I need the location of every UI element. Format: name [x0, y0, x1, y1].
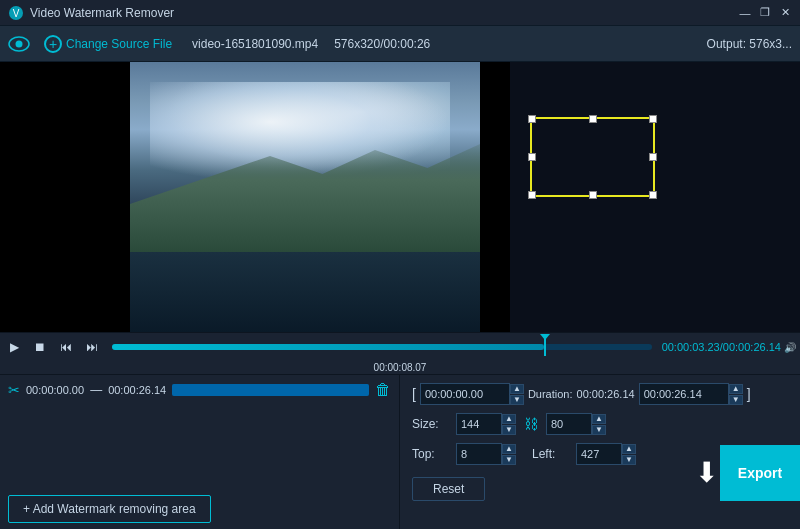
volume-icon: 🔊	[784, 342, 796, 353]
time-range-row: [ ▲ ▼ Duration: 00:00:26.14 ▲ ▼ ]	[412, 383, 788, 405]
eye-icon	[8, 36, 30, 52]
time-start-input-group: ▲ ▼	[420, 383, 524, 405]
top-up[interactable]: ▲	[502, 444, 516, 454]
width-down[interactable]: ▼	[502, 425, 516, 435]
timeline-track[interactable]	[112, 344, 652, 350]
toolbar-output-label: Output: 576x3...	[707, 37, 792, 51]
app-title: Video Watermark Remover	[30, 6, 174, 20]
svg-point-3	[16, 40, 23, 47]
toolbar-output: Output: 576x3...	[707, 37, 792, 51]
time-end-spinners[interactable]: ▲ ▼	[729, 384, 743, 405]
play-button[interactable]: ▶	[4, 337, 24, 357]
clip-range-bar	[172, 384, 369, 396]
timeline-area: ▶ ⏹ ⏮ ⏭ 00:00:03.23/00:00:26.14 🔊	[0, 332, 800, 360]
bracket-open: [	[412, 386, 416, 402]
left-label: Left:	[532, 447, 568, 461]
duration-label: Duration:	[528, 388, 573, 400]
height-up[interactable]: ▲	[592, 414, 606, 424]
handle-top-mid[interactable]	[589, 115, 597, 123]
toolbar-info: video-1651801090.mp4 576x320/00:00:26	[192, 37, 430, 51]
left-up[interactable]: ▲	[622, 444, 636, 454]
bottom-panel: ✂ 00:00:00.00 — 00:00:26.14 🗑 + Add Wate…	[0, 374, 800, 529]
height-spinners[interactable]: ▲ ▼	[592, 414, 606, 435]
toolbar-dimensions: 576x320/00:00:26	[334, 37, 430, 51]
time-label: 00:00:08.07	[0, 360, 800, 374]
change-source-button[interactable]: + Change Source File	[44, 35, 172, 53]
timeline-progress	[112, 344, 544, 350]
svg-text:V: V	[13, 8, 20, 19]
handle-top-right[interactable]	[649, 115, 657, 123]
size-row: Size: ▲ ▼ ⛓ ▲ ▼	[412, 413, 788, 435]
close-button[interactable]: ✕	[778, 6, 792, 20]
bracket-close: ]	[747, 386, 751, 402]
app-icon: V	[8, 5, 24, 21]
top-down[interactable]: ▼	[502, 455, 516, 465]
duration-val: 00:00:26.14	[577, 388, 635, 400]
timeline-cursor[interactable]	[544, 338, 546, 356]
time-end-down[interactable]: ▼	[729, 395, 743, 405]
left-input[interactable]	[576, 443, 622, 465]
link-icon[interactable]: ⛓	[524, 416, 538, 432]
watermark-selection-box[interactable]	[530, 117, 655, 197]
time-start-down[interactable]: ▼	[510, 395, 524, 405]
add-watermark-area-button[interactable]: + Add Watermark removing area	[8, 495, 211, 523]
time-end-input-group: ▲ ▼	[639, 383, 743, 405]
width-input[interactable]	[456, 413, 502, 435]
video-left-black	[0, 62, 130, 332]
restore-button[interactable]: ❐	[758, 6, 772, 20]
width-up[interactable]: ▲	[502, 414, 516, 424]
video-image	[130, 62, 480, 332]
top-input-group: ▲ ▼	[456, 443, 516, 465]
delete-clip-button[interactable]: 🗑	[375, 381, 391, 399]
clip-dash: —	[90, 383, 102, 397]
toolbar-filename: video-1651801090.mp4	[192, 37, 318, 51]
top-input[interactable]	[456, 443, 502, 465]
handle-bottom-right[interactable]	[649, 191, 657, 199]
timeline-time-right: 00:00:03.23/00:00:26.14 🔊	[662, 341, 796, 353]
export-button[interactable]: Export	[720, 445, 800, 501]
clip-fill	[172, 384, 369, 396]
height-input-group: ▲ ▼	[546, 413, 606, 435]
change-source-label: Change Source File	[66, 37, 172, 51]
reset-button[interactable]: Reset	[412, 477, 485, 501]
left-spinners[interactable]: ▲ ▼	[622, 444, 636, 465]
time-start-input[interactable]	[420, 383, 510, 405]
water-layer	[130, 252, 480, 332]
main-video-area	[0, 62, 800, 332]
handle-left-mid[interactable]	[528, 153, 536, 161]
time-total: 00:00:26.14	[723, 341, 781, 353]
size-label: Size:	[412, 417, 448, 431]
time-end-up[interactable]: ▲	[729, 384, 743, 394]
handle-right-mid[interactable]	[649, 153, 657, 161]
titlebar-left: V Video Watermark Remover	[8, 5, 174, 21]
handle-bottom-left[interactable]	[528, 191, 536, 199]
time-start-spinners[interactable]: ▲ ▼	[510, 384, 524, 405]
clip-icon: ✂	[8, 382, 20, 398]
titlebar: V Video Watermark Remover — ❐ ✕	[0, 0, 800, 26]
left-down[interactable]: ▼	[622, 455, 636, 465]
clip-range-end: 00:00:26.14	[108, 384, 166, 396]
height-input[interactable]	[546, 413, 592, 435]
time-end-input[interactable]	[639, 383, 729, 405]
toolbar: + Change Source File video-1651801090.mp…	[0, 26, 800, 62]
clip-range-start: 00:00:00.00	[26, 384, 84, 396]
add-circle-icon: +	[44, 35, 62, 53]
top-label: Top:	[412, 447, 448, 461]
prev-frame-button[interactable]: ⏮	[56, 337, 76, 357]
time-start-up[interactable]: ▲	[510, 384, 524, 394]
titlebar-controls[interactable]: — ❐ ✕	[738, 6, 792, 20]
next-frame-button[interactable]: ⏭	[82, 337, 102, 357]
stop-button[interactable]: ⏹	[30, 337, 50, 357]
handle-bottom-mid[interactable]	[589, 191, 597, 199]
handle-top-left[interactable]	[528, 115, 536, 123]
clip-track: ✂ 00:00:00.00 — 00:00:26.14 🗑	[8, 381, 391, 399]
download-arrow-icon: ⬇	[695, 456, 718, 489]
minimize-button[interactable]: —	[738, 6, 752, 20]
time-current-pos: 00:00:03.23	[662, 341, 720, 353]
height-down[interactable]: ▼	[592, 425, 606, 435]
top-spinners[interactable]: ▲ ▼	[502, 444, 516, 465]
width-spinners[interactable]: ▲ ▼	[502, 414, 516, 435]
width-input-group: ▲ ▼	[456, 413, 516, 435]
left-panel: ✂ 00:00:00.00 — 00:00:26.14 🗑 + Add Wate…	[0, 375, 400, 529]
video-preview	[0, 62, 800, 332]
